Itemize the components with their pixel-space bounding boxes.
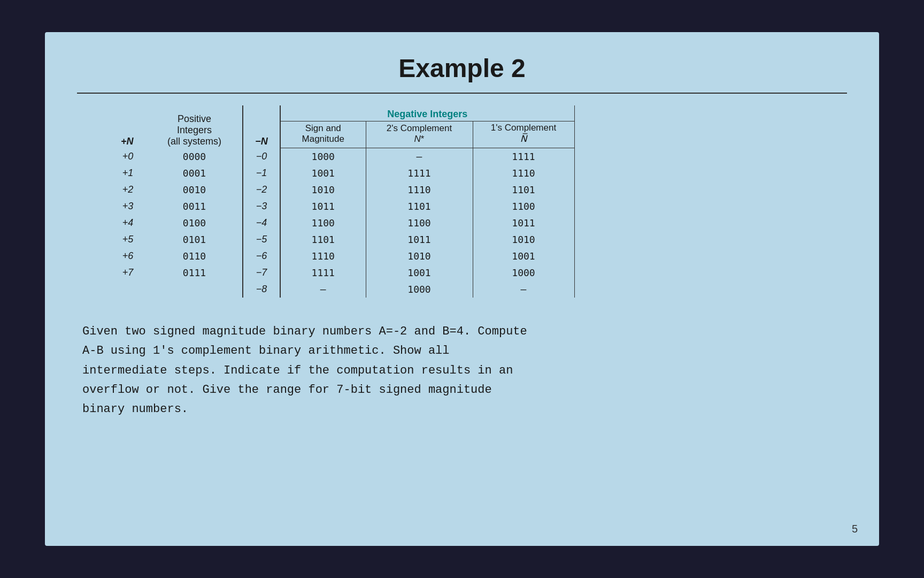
table-cell: +2 bbox=[109, 181, 147, 198]
col-pos-n: +N bbox=[109, 105, 147, 148]
table-cell: −7 bbox=[243, 264, 280, 281]
table-cell: 1110 bbox=[473, 165, 574, 181]
table-cell: 1011 bbox=[473, 215, 574, 231]
table-row: +20010−2101011101101 bbox=[109, 181, 574, 198]
page-number: 5 bbox=[852, 523, 858, 535]
main-table: +N PositiveIntegers(all systems) −N Nega… bbox=[109, 105, 575, 298]
table-cell: 0000 bbox=[147, 148, 243, 165]
slide-title: Example 2 bbox=[77, 54, 847, 83]
table-cell: +1 bbox=[109, 165, 147, 181]
table-cell: 1000 bbox=[280, 148, 366, 165]
table-cell: −0 bbox=[243, 148, 280, 165]
table-cell: 1110 bbox=[280, 248, 366, 264]
table-cell: 0101 bbox=[147, 231, 243, 248]
table-cell: 1000 bbox=[473, 264, 574, 281]
table-cell: +6 bbox=[109, 248, 147, 264]
title-divider bbox=[77, 93, 847, 94]
table-cell: 1000 bbox=[366, 281, 473, 298]
col-neg-n: −N bbox=[243, 105, 280, 148]
table-row: +30011−3101111011100 bbox=[109, 198, 574, 215]
table-cell: −6 bbox=[243, 248, 280, 264]
table-cell: +3 bbox=[109, 198, 147, 215]
table-cell: 1100 bbox=[280, 215, 366, 231]
table-cell: 1010 bbox=[280, 181, 366, 198]
problem-text: Given two signed magnitude binary number… bbox=[77, 322, 847, 419]
table-cell: 1110 bbox=[366, 181, 473, 198]
table-cell: +5 bbox=[109, 231, 147, 248]
table-cell: −2 bbox=[243, 181, 280, 198]
content-area: +N PositiveIntegers(all systems) −N Nega… bbox=[77, 105, 847, 530]
table-row: +40100−4110011001011 bbox=[109, 215, 574, 231]
table-cell: 1101 bbox=[473, 181, 574, 198]
table-cell: 1100 bbox=[366, 215, 473, 231]
table-cell: 1111 bbox=[473, 148, 574, 165]
table-body: +00000−01000—1111+10001−1100111111110+20… bbox=[109, 148, 574, 298]
table-cell: 0011 bbox=[147, 198, 243, 215]
table-cell: 0100 bbox=[147, 215, 243, 231]
col-twos-comp: 2's ComplementN* bbox=[366, 121, 473, 148]
table-cell: 1001 bbox=[366, 264, 473, 281]
table-wrapper: +N PositiveIntegers(all systems) −N Nega… bbox=[77, 105, 847, 298]
table-cell: −8 bbox=[243, 281, 280, 298]
table-cell: +7 bbox=[109, 264, 147, 281]
table-cell bbox=[109, 281, 147, 298]
header-row-1: +N PositiveIntegers(all systems) −N Nega… bbox=[109, 105, 574, 121]
table-row: +70111−7111110011000 bbox=[109, 264, 574, 281]
table-row: +50101−5110110111010 bbox=[109, 231, 574, 248]
table-cell: 1001 bbox=[280, 165, 366, 181]
table-cell: 0110 bbox=[147, 248, 243, 264]
col-sign-mag: Sign andMagnitude bbox=[280, 121, 366, 148]
table-cell bbox=[147, 281, 243, 298]
table-cell: 1010 bbox=[473, 231, 574, 248]
col-pos-integers: PositiveIntegers(all systems) bbox=[147, 105, 243, 148]
slide: Example 2 +N PositiveIntegers(all system… bbox=[45, 32, 879, 546]
table-cell: +0 bbox=[109, 148, 147, 165]
table-cell: −3 bbox=[243, 198, 280, 215]
table-cell: −5 bbox=[243, 231, 280, 248]
negative-integers-header: Negative Integers bbox=[280, 105, 574, 121]
table-row: +00000−01000—1111 bbox=[109, 148, 574, 165]
table-cell: 1011 bbox=[366, 231, 473, 248]
table-cell: 1101 bbox=[280, 231, 366, 248]
table-cell: 1100 bbox=[473, 198, 574, 215]
table-cell: 1010 bbox=[366, 248, 473, 264]
table-cell: +4 bbox=[109, 215, 147, 231]
col-ones-comp: 1's ComplementN̅ bbox=[473, 121, 574, 148]
table-row: −8—1000— bbox=[109, 281, 574, 298]
table-cell: −1 bbox=[243, 165, 280, 181]
table-cell: 1001 bbox=[473, 248, 574, 264]
table-cell: 1011 bbox=[280, 198, 366, 215]
table-cell: 0010 bbox=[147, 181, 243, 198]
table-cell: 1111 bbox=[280, 264, 366, 281]
table-cell: — bbox=[280, 281, 366, 298]
table-cell: −4 bbox=[243, 215, 280, 231]
table-row: +10001−1100111111110 bbox=[109, 165, 574, 181]
table-cell: 1111 bbox=[366, 165, 473, 181]
table-cell: 0111 bbox=[147, 264, 243, 281]
table-cell: 1101 bbox=[366, 198, 473, 215]
table-cell: 0001 bbox=[147, 165, 243, 181]
table-cell: — bbox=[473, 281, 574, 298]
table-cell: — bbox=[366, 148, 473, 165]
table-row: +60110−6111010101001 bbox=[109, 248, 574, 264]
